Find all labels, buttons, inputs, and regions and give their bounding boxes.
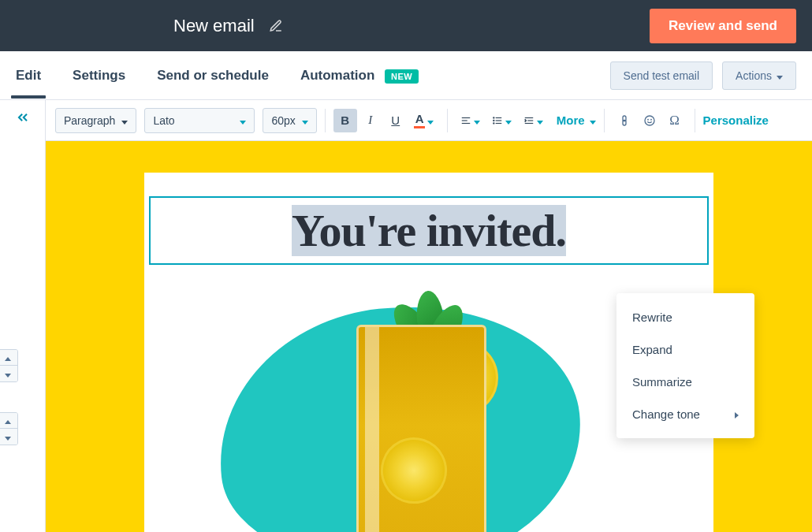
special-character-icon[interactable]: Ω [663, 109, 687, 132]
review-and-send-button[interactable]: Review and send [650, 9, 796, 43]
tab-automation[interactable]: Automation NEW [300, 54, 419, 98]
paragraph-style-value: Paragraph [64, 114, 115, 127]
step-up-button[interactable] [0, 350, 17, 366]
separator [325, 109, 326, 132]
headline-text-block[interactable]: You're invited. [149, 196, 709, 265]
font-size-select[interactable]: 60px [263, 108, 316, 133]
font-family-value: Lato [153, 114, 174, 127]
chevron-down-icon [537, 113, 543, 127]
spacing-stepper-2 [0, 412, 18, 445]
align-button[interactable] [456, 109, 486, 132]
chevron-down-icon [590, 113, 596, 127]
new-badge: NEW [385, 69, 419, 84]
step-up-button[interactable] [0, 413, 17, 429]
context-menu-label: Rewrite [632, 311, 672, 324]
glass-illustration [356, 325, 486, 532]
tab-automation-label: Automation [300, 68, 374, 83]
more-formatting-button[interactable]: More [557, 113, 596, 127]
svg-point-16 [650, 119, 651, 120]
personalize-button[interactable]: Personalize [703, 113, 769, 127]
context-menu-rewrite[interactable]: Rewrite [616, 301, 754, 333]
headline-text: You're invited. [169, 204, 688, 257]
chevron-down-icon [5, 368, 11, 380]
more-label: More [557, 113, 585, 127]
collapse-sidebar-button[interactable] [15, 110, 31, 125]
svg-point-7 [494, 120, 494, 121]
context-menu-expand[interactable]: Expand [616, 333, 754, 366]
chevron-down-icon [505, 113, 512, 127]
chevron-down-icon [777, 69, 783, 82]
chevron-down-icon [240, 114, 246, 127]
svg-point-8 [494, 122, 494, 123]
svg-point-6 [494, 117, 494, 117]
step-down-button[interactable] [0, 429, 17, 445]
indent-button[interactable] [519, 109, 549, 132]
lemon-slice-icon [372, 429, 456, 512]
tab-edit[interactable]: Edit [16, 54, 41, 98]
underline-button[interactable]: U [384, 109, 408, 132]
tab-settings[interactable]: Settings [73, 54, 125, 98]
formatting-toolbar: Paragraph Lato 60px B I U A [46, 100, 812, 141]
separator [447, 109, 448, 132]
italic-button[interactable]: I [359, 109, 382, 132]
context-menu-label: Change tone [632, 407, 700, 421]
chevron-up-icon [5, 352, 11, 363]
tabbar: Edit Settings Send or schedule Automatio… [0, 51, 812, 100]
svg-point-14 [645, 116, 654, 125]
link-icon[interactable] [613, 109, 636, 132]
font-size-value: 60px [271, 114, 295, 127]
bold-button[interactable]: B [333, 109, 357, 132]
spacing-stepper-1 [0, 349, 18, 382]
chevron-down-icon [427, 113, 434, 127]
send-test-email-button[interactable]: Send test email [610, 61, 713, 90]
actions-label: Actions [736, 69, 772, 82]
context-menu-label: Summarize [632, 375, 692, 389]
topbar: New email Review and send [0, 0, 812, 51]
chevron-down-icon [302, 114, 308, 127]
tab-send-or-schedule[interactable]: Send or schedule [157, 54, 269, 98]
pencil-icon[interactable] [269, 19, 283, 33]
page-title: New email [173, 16, 255, 36]
chevron-up-icon [5, 415, 11, 426]
context-menu-label: Expand [632, 343, 672, 356]
step-down-button[interactable] [0, 366, 17, 381]
chevron-down-icon [5, 431, 11, 443]
email-content-card: You're invited. [144, 173, 713, 532]
svg-point-15 [647, 119, 648, 120]
main-column: Paragraph Lato 60px B I U A [46, 100, 812, 532]
context-menu-change-tone[interactable]: Change tone [616, 398, 754, 430]
font-family-select[interactable]: Lato [144, 108, 255, 133]
side-rail [0, 100, 46, 532]
chevron-down-icon [474, 113, 480, 127]
chevron-down-icon [121, 114, 128, 127]
context-menu-summarize[interactable]: Summarize [616, 366, 754, 398]
list-button[interactable] [487, 109, 517, 132]
separator [604, 109, 605, 132]
separator [695, 109, 695, 132]
email-canvas: You're invited. [46, 141, 812, 532]
emoji-icon[interactable] [638, 109, 661, 132]
actions-dropdown-button[interactable]: Actions [722, 61, 796, 90]
paragraph-style-select[interactable]: Paragraph [55, 108, 136, 133]
editor-area: Paragraph Lato 60px B I U A [0, 100, 812, 532]
text-color-button[interactable]: A [409, 109, 439, 132]
chevron-right-icon [735, 407, 739, 421]
ai-context-menu: Rewrite Expand Summarize Change tone [616, 293, 754, 438]
